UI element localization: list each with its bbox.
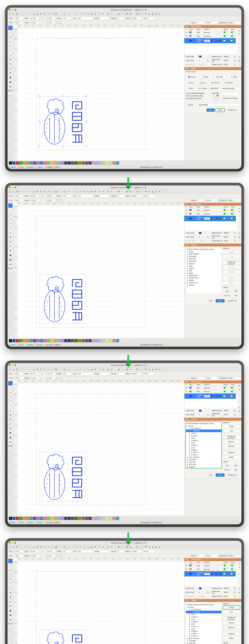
cut-selected-check[interactable] bbox=[186, 92, 188, 94]
weld-tool[interactable] bbox=[8, 426, 12, 430]
use-selection-origin-check[interactable] bbox=[186, 95, 188, 97]
open-icon[interactable] bbox=[12, 546, 15, 549]
ypos-field[interactable]: 1.6430 bbox=[13, 22, 23, 24]
load-button[interactable]: Load bbox=[223, 290, 231, 293]
boolean-subtract-icon[interactable] bbox=[110, 12, 113, 16]
swatch-00[interactable]: 00 bbox=[9, 517, 12, 520]
show-toggle[interactable] bbox=[229, 395, 233, 397]
show-outline-check[interactable] bbox=[60, 377, 62, 379]
mirror-v-icon[interactable] bbox=[94, 368, 96, 371]
align-bottom-icon[interactable] bbox=[151, 190, 154, 193]
create-from-layer-button[interactable]: Create newfrom layer bbox=[223, 436, 240, 439]
device-settings-icon[interactable] bbox=[71, 368, 74, 371]
wrench-icon[interactable] bbox=[75, 546, 78, 549]
tree-item[interactable]: Cardboard bbox=[186, 640, 222, 642]
stop-button[interactable]: ■ Stop bbox=[200, 75, 212, 79]
weld-icon[interactable] bbox=[120, 190, 124, 193]
text-path-icon[interactable] bbox=[132, 368, 136, 371]
scale-h-field[interactable]: 100.000 bbox=[45, 377, 55, 380]
measure-icon[interactable] bbox=[139, 368, 142, 371]
boolean-intersect-icon[interactable] bbox=[114, 190, 117, 193]
ellipse-tool[interactable] bbox=[8, 572, 12, 577]
show-toggle[interactable] bbox=[229, 573, 233, 575]
offset-field[interactable]: 0 bbox=[233, 22, 240, 24]
persons-icon[interactable] bbox=[102, 12, 105, 16]
text-tool[interactable] bbox=[8, 226, 12, 230]
swatch-04[interactable]: 04 bbox=[23, 161, 26, 164]
layer-row[interactable]: T1 Tool ■□Frame bbox=[184, 390, 237, 394]
swatch-02[interactable]: 02 bbox=[16, 339, 19, 342]
size-check[interactable] bbox=[18, 166, 20, 168]
swatch-12[interactable]: 12 bbox=[50, 161, 54, 164]
vspace-field[interactable]: 0 bbox=[197, 377, 204, 380]
show-outline-check[interactable] bbox=[60, 22, 62, 24]
font-field[interactable]: Arial bbox=[77, 195, 93, 197]
save-icon[interactable] bbox=[16, 546, 19, 549]
layer-del[interactable]: 🗑 bbox=[238, 59, 241, 62]
offset-field[interactable]: 0 bbox=[233, 199, 240, 202]
save-icon[interactable] bbox=[16, 368, 19, 371]
zoom-icon[interactable] bbox=[14, 542, 16, 544]
boolean-subtract-icon[interactable] bbox=[110, 546, 113, 549]
width-field[interactable]: 100.000 bbox=[29, 372, 39, 375]
tree-item[interactable]: Cardboard bbox=[186, 458, 222, 461]
text-mode[interactable]: Normal bbox=[142, 195, 155, 197]
swatch-28[interactable]: 28 bbox=[106, 517, 109, 520]
layer-up[interactable]: ▲ bbox=[238, 29, 241, 32]
offset-tool[interactable] bbox=[8, 413, 12, 417]
trace-icon[interactable] bbox=[136, 190, 139, 193]
output-toggle[interactable] bbox=[224, 35, 227, 37]
pass-value[interactable]: 1 bbox=[199, 60, 200, 62]
dist-h-icon[interactable] bbox=[154, 12, 158, 16]
dist-v-icon[interactable] bbox=[158, 368, 161, 371]
alignx-field[interactable]: Middle bbox=[131, 195, 141, 197]
swatch-16[interactable]: 16 bbox=[64, 161, 67, 164]
tree-item[interactable]: EVA Foam bbox=[186, 260, 222, 262]
tree-item[interactable]: MDF bbox=[186, 270, 222, 272]
swatch-04[interactable]: 04 bbox=[23, 517, 26, 520]
swatch-T2[interactable]: T2 bbox=[116, 339, 119, 342]
measure-icon[interactable] bbox=[139, 12, 142, 16]
swatch-02[interactable]: 02 bbox=[16, 517, 19, 520]
ungroup-icon[interactable] bbox=[86, 546, 90, 549]
trace-icon[interactable] bbox=[136, 12, 139, 16]
pmax-stepper[interactable]: ▲▼ bbox=[234, 59, 236, 62]
swatch-21[interactable]: 21 bbox=[82, 161, 85, 164]
swatch-10[interactable]: 10 bbox=[44, 161, 47, 164]
settings-icon[interactable] bbox=[68, 12, 71, 16]
font-field[interactable]: Arial bbox=[77, 372, 93, 375]
ungroup-icon[interactable] bbox=[86, 12, 90, 16]
align-left-icon[interactable] bbox=[80, 190, 83, 193]
saveas-button[interactable]: Save As bbox=[223, 294, 231, 297]
show-toggle[interactable] bbox=[231, 35, 234, 37]
swatch-13[interactable]: 13 bbox=[54, 339, 57, 342]
output-toggle[interactable] bbox=[224, 31, 227, 33]
swatch-01[interactable]: 01 bbox=[12, 339, 16, 342]
swatch-07[interactable]: 07 bbox=[33, 517, 36, 520]
ellipse-tool[interactable] bbox=[8, 39, 12, 44]
show-toggle[interactable] bbox=[231, 390, 234, 392]
delete-button[interactable]: Delete bbox=[223, 636, 240, 640]
scale-h-field[interactable]: 100.000 bbox=[45, 199, 55, 202]
group-icon[interactable] bbox=[83, 190, 86, 193]
layer-row[interactable]: T1 Tool ■□Frame bbox=[184, 568, 237, 571]
redo-icon[interactable] bbox=[27, 546, 30, 549]
marker-tool[interactable] bbox=[8, 417, 12, 422]
swatch-12[interactable]: 12 bbox=[50, 339, 54, 342]
undo-icon[interactable] bbox=[24, 190, 27, 193]
delete-icon[interactable] bbox=[43, 190, 46, 193]
tree-engrave[interactable]: Engrave bbox=[186, 611, 222, 613]
measure-tool[interactable] bbox=[8, 422, 12, 426]
camera-tool[interactable] bbox=[8, 262, 12, 266]
zoom-icon[interactable] bbox=[14, 364, 16, 366]
align-left-icon[interactable] bbox=[80, 12, 83, 16]
output-toggle[interactable] bbox=[222, 218, 225, 219]
save-button[interactable]: Save bbox=[232, 290, 240, 293]
swatch-06[interactable]: 06 bbox=[30, 339, 33, 342]
select-tool[interactable] bbox=[8, 559, 12, 563]
marker-tool[interactable] bbox=[8, 240, 12, 244]
edit-cut-button[interactable]: Edit Cut bbox=[223, 621, 240, 624]
swatch-T1[interactable]: T1 bbox=[112, 161, 116, 164]
swatch-28[interactable]: 28 bbox=[106, 339, 109, 342]
tab-laser[interactable]: Laser bbox=[206, 474, 214, 477]
